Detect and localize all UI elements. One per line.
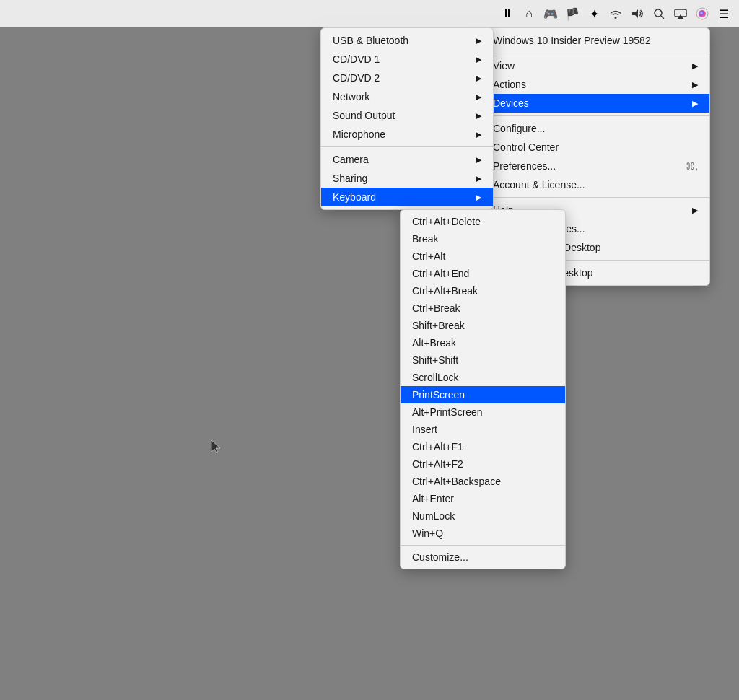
control-center-label: Control Center xyxy=(493,141,559,153)
kb-ctrl-alt[interactable]: Ctrl+Alt xyxy=(401,248,565,265)
separator-1 xyxy=(465,53,709,53)
separator-2 xyxy=(465,115,709,116)
kb-scrolllock[interactable]: ScrollLock xyxy=(401,369,565,386)
devices-cddvd1[interactable]: CD/DVD 1 ▶ xyxy=(321,50,493,69)
preferences-label: Preferences... xyxy=(493,160,556,172)
devices-submenu: USB & Bluetooth ▶ CD/DVD 1 ▶ CD/DVD 2 ▶ … xyxy=(320,27,494,210)
customize-label: Customize... xyxy=(412,551,468,563)
airplay-icon[interactable] xyxy=(673,6,688,22)
pause-icon[interactable]: ⏸ xyxy=(499,6,515,22)
view-label: View xyxy=(493,60,515,71)
arrow-icon: ▶ xyxy=(692,99,698,108)
arrow-icon: ▶ xyxy=(476,155,481,165)
devices-keyboard[interactable]: Keyboard ▶ xyxy=(321,188,493,206)
kb-numlock[interactable]: NumLock xyxy=(401,507,565,525)
devices-usb-bluetooth[interactable]: USB & Bluetooth ▶ xyxy=(321,31,493,50)
home-icon[interactable]: ⌂ xyxy=(521,6,537,22)
separator-3 xyxy=(465,197,709,198)
cddvd2-label: CD/DVD 2 xyxy=(333,72,380,84)
wifi-icon[interactable] xyxy=(608,6,624,22)
ctrl-break-label: Ctrl+Break xyxy=(412,302,460,314)
kb-printscreen[interactable]: PrintScreen xyxy=(401,386,565,403)
network-label: Network xyxy=(333,91,370,102)
kb-customize[interactable]: Customize... xyxy=(401,548,565,566)
menubar: ⏸ ⌂ 🎮 🏴 ✦ xyxy=(0,0,739,27)
ctrl-alt-backspace-label: Ctrl+Alt+Backspace xyxy=(412,476,501,487)
devices-microphone[interactable]: Microphone ▶ xyxy=(321,125,493,144)
alt-printscreen-label: Alt+PrintScreen xyxy=(412,406,483,418)
shortcut-preferences: ⌘, xyxy=(686,161,698,172)
arrow-icon: ▶ xyxy=(692,80,698,89)
insert-label: Insert xyxy=(412,424,437,435)
svg-marker-7 xyxy=(211,440,220,453)
vm-name: Windows 10 Insider Preview 19582 xyxy=(493,35,651,46)
menu-view[interactable]: View ▶ xyxy=(465,56,709,75)
kb-ctrl-alt-end[interactable]: Ctrl+Alt+End xyxy=(401,265,565,282)
kb-separator xyxy=(401,545,565,546)
kb-alt-printscreen[interactable]: Alt+PrintScreen xyxy=(401,403,565,421)
menu-devices[interactable]: Devices ▶ xyxy=(465,94,709,113)
menu-preferences[interactable]: Preferences... ⌘, xyxy=(465,157,709,175)
menu-icon[interactable]: ☰ xyxy=(716,6,732,22)
kb-win-q[interactable]: Win+Q xyxy=(401,525,565,542)
arrow-icon: ▶ xyxy=(692,61,698,71)
kb-insert[interactable]: Insert xyxy=(401,421,565,438)
arrow-icon: ▶ xyxy=(476,130,481,139)
devices-sound-output[interactable]: Sound Output ▶ xyxy=(321,106,493,125)
kb-ctrl-alt-f2[interactable]: Ctrl+Alt+F2 xyxy=(401,455,565,473)
volume-icon[interactable] xyxy=(629,6,645,22)
microphone-label: Microphone xyxy=(333,128,385,140)
devices-network[interactable]: Network ▶ xyxy=(321,87,493,106)
kb-ctrl-break[interactable]: Ctrl+Break xyxy=(401,299,565,317)
kb-alt-break[interactable]: Alt+Break xyxy=(401,334,565,351)
actions-label: Actions xyxy=(493,79,526,90)
win-q-label: Win+Q xyxy=(412,528,443,539)
kb-ctrl-alt-backspace[interactable]: Ctrl+Alt+Backspace xyxy=(401,473,565,490)
svg-marker-0 xyxy=(632,9,638,18)
arrow-icon: ▶ xyxy=(476,111,481,121)
gamepad-icon[interactable]: 🎮 xyxy=(543,6,559,22)
arrow-icon: ▶ xyxy=(476,55,481,64)
scrolllock-label: ScrollLock xyxy=(412,372,459,383)
shift-break-label: Shift+Break xyxy=(412,320,465,331)
kb-alt-enter[interactable]: Alt+Enter xyxy=(401,490,565,507)
menu-account-license[interactable]: Account & License... xyxy=(465,175,709,194)
sharing-label: Sharing xyxy=(333,172,367,184)
menu-control-center[interactable]: Control Center xyxy=(465,138,709,157)
kb-shift-break[interactable]: Shift+Break xyxy=(401,317,565,334)
search-icon[interactable] xyxy=(651,6,667,22)
alt-break-label: Alt+Break xyxy=(412,337,456,349)
arrow-icon: ▶ xyxy=(476,193,481,202)
devices-cddvd2[interactable]: CD/DVD 2 ▶ xyxy=(321,69,493,87)
break-label: Break xyxy=(412,233,439,245)
kb-ctrl-alt-break[interactable]: Ctrl+Alt+Break xyxy=(401,282,565,299)
svg-line-2 xyxy=(661,16,664,19)
menu-configure[interactable]: Configure... xyxy=(465,119,709,138)
bluetooth-icon[interactable]: ✦ xyxy=(586,6,602,22)
sound-output-label: Sound Output xyxy=(333,110,395,121)
printscreen-label: PrintScreen xyxy=(412,389,465,401)
arrow-icon: ▶ xyxy=(692,206,698,215)
ctrl-alt-break-label: Ctrl+Alt+Break xyxy=(412,285,478,297)
keyboard-label: Keyboard xyxy=(333,191,376,203)
shift-shift-label: Shift+Shift xyxy=(412,354,458,366)
kb-shift-shift[interactable]: Shift+Shift xyxy=(401,351,565,369)
kb-ctrl-alt-f1[interactable]: Ctrl+Alt+F1 xyxy=(401,438,565,455)
ctrl-alt-delete-label: Ctrl+Alt+Delete xyxy=(412,216,481,227)
arrow-icon: ▶ xyxy=(476,74,481,83)
ctrl-alt-f1-label: Ctrl+Alt+F1 xyxy=(412,441,463,452)
arrow-icon: ▶ xyxy=(476,92,481,102)
kb-ctrl-alt-delete[interactable]: Ctrl+Alt+Delete xyxy=(401,213,565,230)
devices-sharing[interactable]: Sharing ▶ xyxy=(321,169,493,188)
devices-camera[interactable]: Camera ▶ xyxy=(321,150,493,169)
ctrl-alt-f2-label: Ctrl+Alt+F2 xyxy=(412,458,463,470)
kb-break[interactable]: Break xyxy=(401,230,565,248)
ctrl-alt-label: Ctrl+Alt xyxy=(412,250,445,262)
checked-vm-item[interactable]: ✓ Windows 10 Insider Preview 19582 xyxy=(465,31,709,50)
menu-actions[interactable]: Actions ▶ xyxy=(465,75,709,94)
arrow-icon: ▶ xyxy=(476,36,481,45)
arrow-icon: ▶ xyxy=(476,174,481,183)
configure-label: Configure... xyxy=(493,123,545,134)
flag-icon[interactable]: 🏴 xyxy=(564,6,580,22)
siri-icon[interactable] xyxy=(694,6,710,22)
